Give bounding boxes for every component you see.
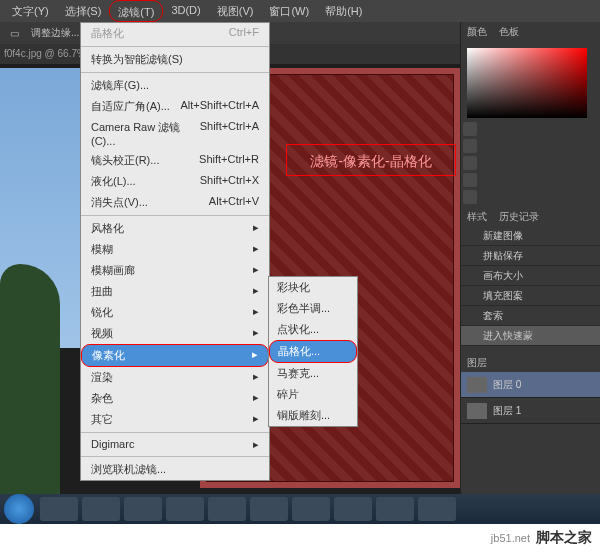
submenu-item[interactable]: 铜版雕刻... bbox=[269, 405, 357, 426]
history-list: 新建图像拼贴保存画布大小填充图案套索进入快速蒙 bbox=[461, 226, 600, 346]
refine-edge[interactable]: 调整边缘... bbox=[31, 26, 79, 40]
watermark: jb51.net 脚本之家 bbox=[0, 524, 600, 552]
menu-item[interactable]: 自适应广角(A)...Alt+Shift+Ctrl+A bbox=[81, 96, 269, 117]
menu-item[interactable]: 镜头校正(R)...Shift+Ctrl+R bbox=[81, 150, 269, 171]
menu-item[interactable]: 滤镜(T) bbox=[109, 0, 163, 22]
taskbar-icon[interactable] bbox=[418, 497, 456, 521]
menu-item[interactable]: 帮助(H) bbox=[317, 0, 370, 22]
menu-item[interactable]: 晶格化Ctrl+F bbox=[81, 23, 269, 44]
pixelate-submenu: 彩块化彩色半调...点状化...晶格化...马赛克...碎片铜版雕刻... bbox=[268, 276, 358, 427]
menu-item[interactable]: 消失点(V)...Alt+Ctrl+V bbox=[81, 192, 269, 213]
tool-icon[interactable] bbox=[463, 173, 477, 187]
filter-menu-dropdown: 晶格化Ctrl+F转换为智能滤镜(S)滤镜库(G)...自适应广角(A)...A… bbox=[80, 22, 270, 481]
submenu-item[interactable]: 彩块化 bbox=[269, 277, 357, 298]
layer-thumb bbox=[467, 403, 487, 419]
color-picker[interactable] bbox=[467, 48, 587, 118]
submenu-item[interactable]: 晶格化... bbox=[269, 340, 357, 363]
panel-tab[interactable]: 色板 bbox=[493, 22, 525, 42]
right-panels: 颜色色板 样式历史记录 新建图像拼贴保存画布大小填充图案套索进入快速蒙 图层 图… bbox=[460, 22, 600, 494]
menu-item[interactable]: 3D(D) bbox=[163, 0, 208, 22]
taskbar-icon[interactable] bbox=[292, 497, 330, 521]
vertical-tool-strip bbox=[463, 122, 477, 207]
layers-list: 图层 0图层 1 bbox=[461, 372, 600, 424]
menu-item[interactable]: Digimarc▸ bbox=[81, 435, 269, 454]
submenu-item[interactable]: 点状化... bbox=[269, 319, 357, 340]
menu-item[interactable]: 模糊画廊▸ bbox=[81, 260, 269, 281]
panel-tab[interactable]: 历史记录 bbox=[493, 208, 545, 226]
history-tabs: 样式历史记录 bbox=[461, 208, 600, 226]
history-panel: 样式历史记录 新建图像拼贴保存画布大小填充图案套索进入快速蒙 bbox=[461, 208, 600, 346]
menu-item[interactable]: Camera Raw 滤镜(C)...Shift+Ctrl+A bbox=[81, 117, 269, 150]
menu-item[interactable]: 扭曲▸ bbox=[81, 281, 269, 302]
history-item[interactable]: 拼贴保存 bbox=[461, 246, 600, 266]
submenu-item[interactable]: 马赛克... bbox=[269, 363, 357, 384]
menu-item[interactable]: 文字(Y) bbox=[4, 0, 57, 22]
history-item[interactable]: 套索 bbox=[461, 306, 600, 326]
menu-item[interactable]: 像素化▸ bbox=[81, 344, 269, 367]
tool-icon[interactable] bbox=[463, 122, 477, 136]
submenu-item[interactable]: 彩色半调... bbox=[269, 298, 357, 319]
image-tree bbox=[0, 264, 60, 504]
menu-item[interactable]: 液化(L)...Shift+Ctrl+X bbox=[81, 171, 269, 192]
history-item[interactable]: 填充图案 bbox=[461, 286, 600, 306]
taskbar-icon[interactable] bbox=[376, 497, 414, 521]
layers-tabs: 图层 bbox=[461, 354, 600, 372]
menu-item[interactable]: 窗口(W) bbox=[261, 0, 317, 22]
windows-taskbar bbox=[0, 494, 600, 524]
history-item[interactable]: 进入快速蒙 bbox=[461, 326, 600, 346]
menu-item[interactable]: 视频▸ bbox=[81, 323, 269, 344]
layer-row[interactable]: 图层 1 bbox=[461, 398, 600, 424]
menu-item[interactable]: 锐化▸ bbox=[81, 302, 269, 323]
taskbar-icon[interactable] bbox=[124, 497, 162, 521]
menubar: 文字(Y)选择(S)滤镜(T)3D(D)视图(V)窗口(W)帮助(H) bbox=[0, 0, 600, 22]
menu-item[interactable]: 视图(V) bbox=[209, 0, 262, 22]
layer-row[interactable]: 图层 0 bbox=[461, 372, 600, 398]
color-panel-tabs: 颜色色板 bbox=[461, 22, 600, 42]
taskbar-icon[interactable] bbox=[166, 497, 204, 521]
taskbar-icon[interactable] bbox=[82, 497, 120, 521]
watermark-site: 脚本之家 bbox=[536, 529, 592, 547]
layer-thumb bbox=[467, 377, 487, 393]
taskbar-icon[interactable] bbox=[208, 497, 246, 521]
layers-panel: 图层 图层 0图层 1 bbox=[461, 354, 600, 424]
panel-tab[interactable]: 颜色 bbox=[461, 22, 493, 42]
tool-icon[interactable] bbox=[463, 190, 477, 204]
panel-tab[interactable]: 样式 bbox=[461, 208, 493, 226]
menu-item[interactable]: 其它▸ bbox=[81, 409, 269, 430]
history-item[interactable]: 画布大小 bbox=[461, 266, 600, 286]
start-button[interactable] bbox=[4, 494, 34, 524]
menu-item[interactable]: 选择(S) bbox=[57, 0, 110, 22]
taskbar-icon[interactable] bbox=[250, 497, 288, 521]
watermark-url: jb51.net bbox=[491, 532, 530, 544]
annotation-text: 滤镜-像素化-晶格化 bbox=[286, 144, 456, 176]
panel-tab[interactable]: 图层 bbox=[461, 354, 493, 372]
menu-item[interactable]: 风格化▸ bbox=[81, 218, 269, 239]
menu-item[interactable]: 转换为智能滤镜(S) bbox=[81, 49, 269, 70]
menu-item[interactable]: 模糊▸ bbox=[81, 239, 269, 260]
tool-label: ▭ bbox=[10, 28, 19, 39]
history-item[interactable]: 新建图像 bbox=[461, 226, 600, 246]
submenu-item[interactable]: 碎片 bbox=[269, 384, 357, 405]
menu-item[interactable]: 渲染▸ bbox=[81, 367, 269, 388]
taskbar-icon[interactable] bbox=[40, 497, 78, 521]
menu-item[interactable]: 滤镜库(G)... bbox=[81, 75, 269, 96]
menu-item[interactable]: 浏览联机滤镜... bbox=[81, 459, 269, 480]
tool-icon[interactable] bbox=[463, 139, 477, 153]
menu-item[interactable]: 杂色▸ bbox=[81, 388, 269, 409]
tool-icon[interactable] bbox=[463, 156, 477, 170]
taskbar-icon[interactable] bbox=[334, 497, 372, 521]
